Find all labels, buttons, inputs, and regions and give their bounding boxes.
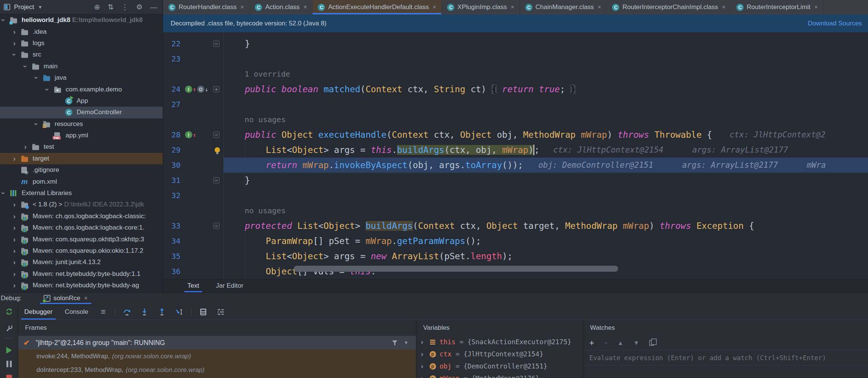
tree-item-maven-com-squareup-okhttp3-okhttp-3[interactable]: ›Maven: com.squareup.okhttp3:okhttp:3 bbox=[0, 233, 163, 245]
tree-item-maven-net-bytebuddy-byte-buddy-1-1[interactable]: ›Maven: net.bytebuddy:byte-buddy:1.1 bbox=[0, 268, 163, 280]
tree-item-src[interactable]: ›src bbox=[0, 49, 163, 60]
code-text[interactable]: 1 override bbox=[224, 66, 868, 82]
line-number[interactable]: 23 bbox=[171, 54, 181, 63]
code-text[interactable]: no usages bbox=[224, 203, 868, 218]
chevron-down-icon[interactable]: › bbox=[0, 191, 8, 196]
fold-plus-icon[interactable]: + bbox=[213, 86, 220, 93]
code-text[interactable]: ParamWrap[] pSet = mWrap.getParamWraps()… bbox=[224, 233, 868, 249]
variable-row-obj[interactable]: ›pobj = {DemoController@2151} bbox=[416, 360, 583, 372]
hide-icon[interactable]: — bbox=[150, 3, 157, 11]
tab-debugger[interactable]: Debugger bbox=[18, 304, 59, 320]
line-number[interactable]: 29 bbox=[171, 145, 181, 154]
code-line-34[interactable]: 34 ParamWrap[] pSet = mWrap.getParamWrap… bbox=[163, 233, 868, 249]
tree-item-pom-xml[interactable]: mpom.xml bbox=[0, 176, 163, 187]
tree-item-maven-junit-junit-4-13-2[interactable]: ›Maven: junit:junit:4.13.2 bbox=[0, 257, 163, 268]
pause-icon[interactable] bbox=[6, 361, 12, 367]
code-text[interactable] bbox=[224, 51, 868, 66]
code-line-27[interactable]: 27 bbox=[163, 97, 868, 112]
line-number[interactable]: 33 bbox=[171, 221, 181, 230]
implements-icon[interactable]: I bbox=[185, 131, 192, 139]
remove-watch-icon[interactable]: − bbox=[604, 340, 607, 346]
code-line-29[interactable]: 29 List<Object> args = this.buildArgs(ct… bbox=[163, 142, 868, 158]
code-line[interactable]: no usages bbox=[163, 203, 868, 218]
intention-bulb-icon[interactable] bbox=[215, 147, 220, 153]
editor-tab[interactable]: CChainManager.class× bbox=[520, 0, 607, 14]
chevron-right-icon[interactable]: › bbox=[419, 362, 425, 370]
code-line[interactable] bbox=[163, 32, 868, 36]
chevron-right-icon[interactable]: › bbox=[12, 39, 17, 47]
editor-tab[interactable]: CRouterInterceptorChainImpl.class× bbox=[607, 0, 731, 14]
chevron-right-icon[interactable]: › bbox=[12, 154, 17, 163]
line-number[interactable]: 32 bbox=[171, 191, 181, 200]
chevron-right-icon[interactable]: › bbox=[12, 28, 17, 36]
editor-tab[interactable]: CRouterHandler.class× bbox=[163, 0, 250, 14]
chevron-right-icon[interactable]: › bbox=[419, 350, 425, 358]
code-text[interactable]: return mWrap.invokeByAspect(obj, args.to… bbox=[224, 158, 868, 173]
tree-item-app-yml[interactable]: app.yml bbox=[0, 130, 163, 141]
tree-item-app[interactable]: CApp bbox=[0, 95, 163, 107]
chevron-right-icon[interactable]: › bbox=[12, 247, 17, 255]
code-text[interactable]: public boolean matched(Context ctx, Stri… bbox=[224, 82, 868, 97]
chevron-right-icon[interactable]: › bbox=[12, 281, 17, 290]
layout-settings-icon[interactable] bbox=[216, 307, 226, 317]
tab-text[interactable]: Text bbox=[187, 279, 199, 292]
tree-item-java[interactable]: ›java bbox=[0, 72, 163, 83]
code-line-35[interactable]: 35 List<Object> args = new ArrayList(pSe… bbox=[163, 249, 868, 264]
tree-item-helloworld-jdk8[interactable]: ›helloworld_jdk8 E:\tmp\helloworld_jdk8 bbox=[0, 14, 163, 26]
fold-minus-icon[interactable]: − bbox=[213, 132, 220, 138]
line-number[interactable]: 31 bbox=[171, 176, 181, 185]
implements-icon[interactable]: I bbox=[185, 86, 192, 93]
collapse-all-icon[interactable]: ⋮ bbox=[121, 3, 129, 11]
code-text[interactable]: List<Object> args = this.buildArgs(ctx, … bbox=[224, 142, 868, 158]
rerun-icon[interactable] bbox=[5, 308, 13, 317]
code-line-33[interactable]: 33− protected List<Object> buildArgs(Con… bbox=[163, 218, 868, 233]
tree-item--gitignore[interactable]: .gitignore bbox=[0, 164, 163, 176]
close-icon[interactable]: × bbox=[240, 4, 244, 11]
line-number[interactable]: 36 bbox=[171, 267, 181, 276]
tree-item--idea[interactable]: ›.idea bbox=[0, 26, 163, 37]
chevron-down-icon[interactable]: › bbox=[10, 52, 19, 57]
code-text[interactable] bbox=[224, 32, 868, 36]
tree-item-external-libraries[interactable]: ›External Libraries bbox=[0, 187, 163, 199]
horizontal-scrollbar[interactable] bbox=[294, 266, 618, 272]
code-text[interactable] bbox=[224, 188, 868, 203]
tree-item-com-example-demo[interactable]: ›com.example.demo bbox=[0, 83, 163, 95]
code-text[interactable]: public Object executeHandle(Context ctx,… bbox=[224, 127, 868, 142]
tree-item-main[interactable]: ›main bbox=[0, 61, 163, 72]
copy-icon[interactable] bbox=[649, 340, 654, 346]
chevron-down-icon[interactable]: › bbox=[43, 87, 52, 92]
code-line[interactable]: no usages bbox=[163, 112, 868, 127]
fold-minus-icon[interactable]: − bbox=[213, 177, 220, 184]
fold-minus-icon[interactable]: − bbox=[213, 223, 220, 229]
code-text[interactable]: } bbox=[224, 36, 868, 51]
editor-tab[interactable]: CAction.class× bbox=[250, 0, 312, 14]
chevron-right-icon[interactable]: › bbox=[12, 270, 17, 278]
close-icon[interactable]: × bbox=[84, 295, 88, 302]
frame-row[interactable]: doIntercept:233, MethodWrap, (org.noear.… bbox=[18, 363, 416, 377]
move-up-icon[interactable]: ▲ bbox=[617, 340, 623, 346]
close-icon[interactable]: × bbox=[303, 4, 307, 11]
close-icon[interactable]: × bbox=[598, 4, 601, 11]
code-text[interactable]: protected List<Object> buildArgs(Context… bbox=[224, 218, 868, 233]
project-panel-title[interactable]: Project bbox=[14, 3, 34, 11]
menu-icon[interactable]: ≡ bbox=[98, 307, 108, 317]
expand-all-icon[interactable]: ⇅ bbox=[108, 3, 114, 11]
code-text[interactable]: } bbox=[224, 173, 868, 188]
editor-tab[interactable]: CRouterInterceptorLimit× bbox=[731, 0, 824, 14]
close-icon[interactable]: × bbox=[511, 4, 514, 11]
settings-icon[interactable]: ⚙ bbox=[136, 3, 143, 11]
line-number[interactable]: 28 bbox=[171, 130, 181, 139]
tree-item-resources[interactable]: ›resources bbox=[0, 118, 163, 130]
tree-item-democontroller[interactable]: CDemoController bbox=[0, 107, 163, 118]
code-line[interactable]: 1 override bbox=[163, 66, 868, 82]
line-number[interactable]: 22 bbox=[171, 39, 181, 48]
select-opened-file-icon[interactable]: ⊕ bbox=[94, 3, 100, 11]
line-number[interactable]: 24 bbox=[171, 85, 181, 94]
line-number[interactable]: 30 bbox=[171, 161, 181, 170]
chevron-down-icon[interactable]: › bbox=[32, 121, 41, 127]
code-line-31[interactable]: 31− } bbox=[163, 173, 868, 188]
chevron-right-icon[interactable]: › bbox=[12, 212, 17, 220]
thread-row[interactable]: ✔ "jlhttp-2"@2,146 in group "main": RUNN… bbox=[18, 336, 416, 350]
resume-icon[interactable] bbox=[6, 347, 12, 354]
watch-expression-input[interactable]: Evaluate expression (Enter) or add a wat… bbox=[583, 350, 868, 365]
